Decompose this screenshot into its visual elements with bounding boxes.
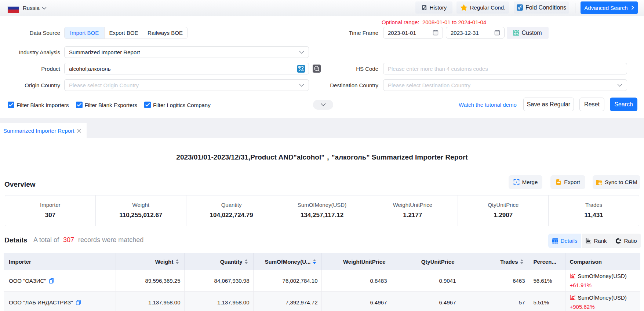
svg-text:A: A: [301, 68, 304, 72]
